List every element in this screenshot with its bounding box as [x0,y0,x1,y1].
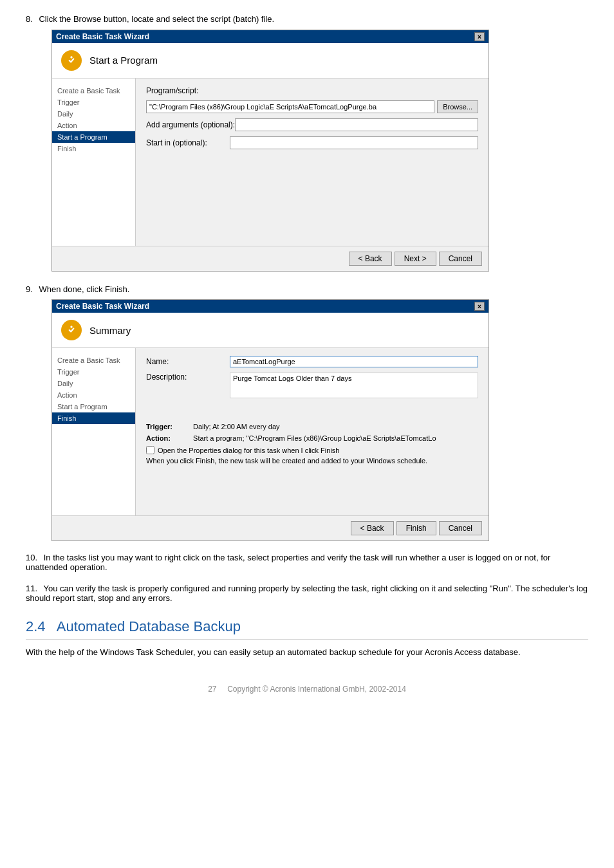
open-props-label: Open the Properties dialog for this task… [158,447,339,454]
summary-action-label: Action: [146,434,191,442]
footer-copyright: Copyright © Acronis International GmbH, … [227,685,406,694]
step-8-number: 8. [26,14,33,24]
wizard2-sidebar-action[interactable]: Action [52,389,135,401]
summary-name-row: Name: [146,356,478,367]
wizard1-sidebar-trigger[interactable]: Trigger [52,97,135,108]
summary-trigger-row: Trigger: Daily; At 2:00 AM every day [146,423,478,430]
section-number: 2.4 [26,618,46,634]
wizard1-sidebar-start-program[interactable]: Start a Program [52,131,135,143]
wizard2-content: Name: Description: Purge Tomcat Logs Old… [136,348,488,515]
wizard1-header-title: Start a Program [89,55,158,66]
step-9: 9. When done, click Finish. Create Basic… [26,283,588,542]
wizard2-body: Create a Basic Task Trigger Daily Action… [52,348,488,515]
program-script-label: Program/script: [146,86,230,95]
footer: 27 Copyright © Acronis International Gmb… [26,685,588,694]
summary-open-props-row: Open the Properties dialog for this task… [146,446,478,454]
wizard2-header: Summary [52,313,488,348]
wizard2-sidebar-start-program[interactable]: Start a Program [52,401,135,412]
wizard2-footer: < Back Finish Cancel [52,515,488,540]
summary-name-input[interactable] [230,356,478,367]
step-8-text: Click the Browse button, locate and sele… [39,14,274,24]
wizard2-sidebar-finish[interactable]: Finish [52,412,135,424]
browse-button[interactable]: Browse... [437,100,478,113]
wizard2-close-button[interactable]: × [474,302,485,311]
wizard2-header-title: Summary [89,325,131,336]
wizard2-finish-button[interactable]: Finish [396,521,436,535]
step-8: 8. Click the Browse button, locate and s… [26,13,588,272]
add-args-label: Add arguments (optional): [146,120,235,129]
summary-desc-value: Purge Tomcat Logs Older than 7 days [230,373,478,398]
summary-trigger-label: Trigger: [146,423,191,430]
open-props-checkbox[interactable] [146,446,154,454]
wizard2-cancel-button[interactable]: Cancel [439,521,482,535]
wizard1-body: Create a Basic Task Trigger Daily Action… [52,78,488,246]
wizard-start-program: Create Basic Task Wizard × Start a Progr… [51,30,489,272]
start-in-label: Start in (optional): [146,138,230,147]
wizard1-cancel-button[interactable]: Cancel [439,252,482,266]
svg-point-1 [70,56,72,58]
start-in-input[interactable] [230,136,478,149]
step-9-number: 9. [26,284,33,294]
wizard2-titlebar: Create Basic Task Wizard × [52,300,488,313]
step-11: 11. You can verify the task is properly … [26,584,588,603]
step-11-text: You can verify the task is properly conf… [26,584,588,603]
wizard1-content: Program/script: Browse... Add arguments … [136,78,488,246]
step-10-number: 10. [26,553,37,562]
wizard2-sidebar: Create a Basic Task Trigger Daily Action… [52,348,136,515]
wizard2-back-button[interactable]: < Back [351,521,394,535]
summary-trigger-value: Daily; At 2:00 AM every day [193,423,280,430]
wizard2-header-icon [61,320,82,340]
summary-name-label: Name: [146,357,230,366]
section-heading: 2.4 Automated Database Backup [26,618,588,640]
wizard2-title-label: Create Basic Task Wizard [56,302,149,311]
wizard2-sidebar-basic-task[interactable]: Create a Basic Task [52,355,135,366]
wizard1-sidebar: Create a Basic Task Trigger Daily Action… [52,78,136,246]
step-9-text: When done, click Finish. [39,284,129,294]
wizard2-sidebar-daily[interactable]: Daily [52,378,135,389]
wizard2-sidebar-trigger[interactable]: Trigger [52,366,135,378]
section-body: With the help of the Windows Task Schedu… [26,646,588,659]
wizard1-sidebar-action[interactable]: Action [52,120,135,131]
wizard1-back-button[interactable]: < Back [349,252,392,266]
summary-desc-label: Description: [146,373,230,382]
wizard1-sidebar-basic-task[interactable]: Create a Basic Task [52,85,135,97]
program-script-row: Program/script: [146,86,478,95]
program-script-input-row: Browse... [146,100,478,113]
section-2-4: 2.4 Automated Database Backup With the h… [26,618,588,659]
wizard-summary: Create Basic Task Wizard × Summary Creat… [51,299,489,541]
wizard1-next-button[interactable]: Next > [395,252,436,266]
step-11-number: 11. [26,584,37,593]
wizard1-sidebar-daily[interactable]: Daily [52,108,135,120]
program-script-input[interactable] [146,100,434,113]
summary-action-value: Start a program; "C:\Program Files (x86)… [193,434,436,442]
add-args-input[interactable] [235,118,478,131]
add-args-row: Add arguments (optional): [146,118,478,131]
section-title: Automated Database Backup [57,618,241,634]
wizard1-header: Start a Program [52,43,488,78]
svg-point-3 [70,326,72,328]
step-10: 10. In the tasks list you may want to ri… [26,553,588,572]
step-10-text: In the tasks list you may want to right … [26,553,550,572]
wizard1-footer: < Back Next > Cancel [52,246,488,271]
program-script-field-group: Browse... [146,100,478,113]
summary-desc-row: Description: Purge Tomcat Logs Older tha… [146,373,478,398]
start-in-row: Start in (optional): [146,136,478,149]
wizard1-sidebar-finish[interactable]: Finish [52,143,135,154]
wizard1-header-icon [61,50,82,71]
wizard1-titlebar: Create Basic Task Wizard × [52,30,488,43]
wizard1-close-button[interactable]: × [474,32,485,41]
wizard1-title-label: Create Basic Task Wizard [56,32,149,41]
summary-when-finish-text: When you click Finish, the new task will… [146,457,478,465]
summary-action-row: Action: Start a program; "C:\Program Fil… [146,434,478,442]
footer-page: 27 [208,685,216,694]
